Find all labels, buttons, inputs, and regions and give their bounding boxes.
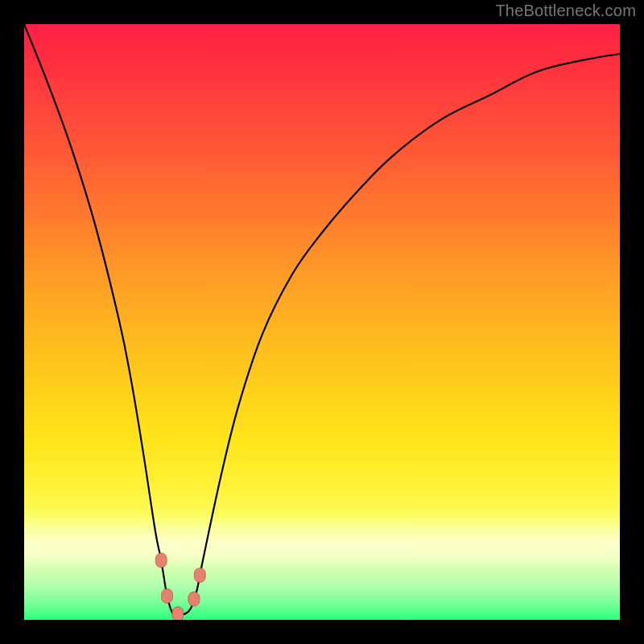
point-e: [194, 568, 205, 583]
curve-layer: [24, 24, 620, 620]
bottleneck-curve: [24, 24, 620, 615]
plot-area: [24, 24, 620, 620]
point-d: [188, 592, 200, 606]
watermark-text: TheBottleneck.com: [495, 2, 636, 20]
point-b: [162, 588, 173, 603]
point-a: [155, 553, 167, 568]
chart-frame: TheBottleneck.com: [0, 0, 644, 644]
point-c: [172, 607, 184, 620]
